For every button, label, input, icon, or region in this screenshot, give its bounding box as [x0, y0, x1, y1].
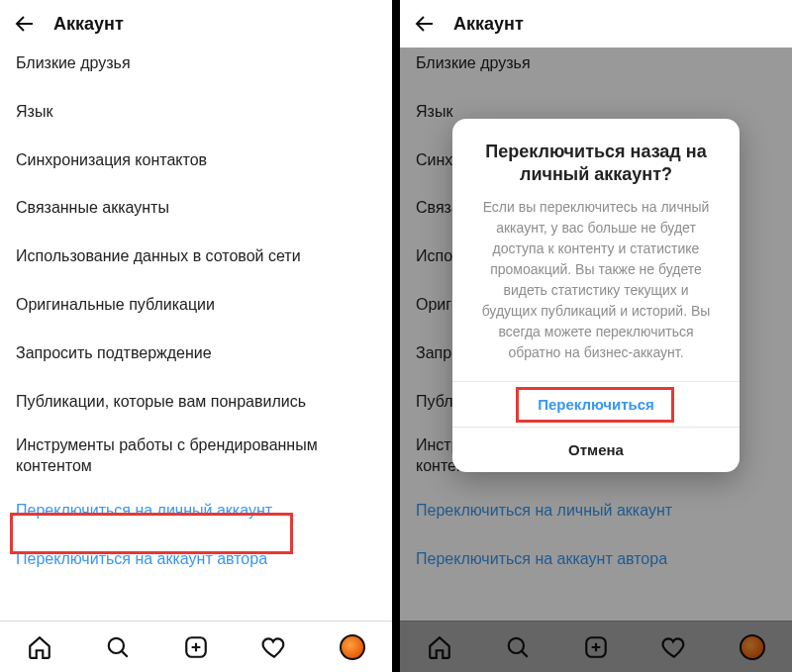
item-sync-contacts[interactable]: Синхронизация контактов — [0, 137, 392, 185]
bottom-tabbar — [0, 621, 392, 672]
item-request-verify[interactable]: Запросить подтверждение — [0, 330, 392, 378]
dialog-confirm-label: Переключиться — [538, 396, 654, 413]
tab-search[interactable] — [78, 622, 156, 672]
heart-icon — [261, 634, 287, 660]
page-title: Аккаунт — [453, 14, 524, 35]
tab-new-post[interactable] — [156, 622, 235, 672]
plus-square-icon — [183, 634, 209, 660]
confirm-dialog: Переключиться назад на личный аккаунт? Е… — [452, 119, 740, 472]
dialog-title: Переключиться назад на личный аккаунт? — [452, 119, 740, 197]
screenshot-left: Аккаунт Близкие друзья Язык Синхронизаци… — [0, 0, 392, 672]
search-icon — [105, 634, 131, 660]
dialog-cancel-button[interactable]: Отмена — [452, 427, 740, 472]
item-linked-accounts[interactable]: Связанные аккаунты — [0, 184, 392, 233]
screenshot-divider — [392, 0, 400, 672]
header: Аккаунт — [0, 0, 392, 48]
item-liked-posts[interactable]: Публикации, которые вам понравились — [0, 378, 392, 427]
dialog-body: Если вы переключитесь на личный аккаунт,… — [452, 197, 740, 381]
avatar-icon — [340, 634, 365, 660]
tab-profile[interactable] — [314, 622, 392, 672]
item-language[interactable]: Язык — [0, 88, 392, 137]
tab-home[interactable] — [0, 622, 78, 672]
item-close-friends[interactable]: Близкие друзья — [0, 48, 392, 88]
item-cellular-data[interactable]: Использование данных в сотовой сети — [0, 233, 392, 281]
svg-point-0 — [109, 637, 124, 652]
back-button[interactable] — [412, 11, 438, 37]
arrow-left-icon — [413, 12, 437, 36]
link-switch-creator[interactable]: Переключиться на аккаунт автора — [0, 535, 392, 584]
page-title: Аккаунт — [53, 14, 124, 35]
arrow-left-icon — [13, 12, 37, 36]
back-button[interactable] — [12, 11, 38, 37]
header: Аккаунт — [400, 0, 792, 48]
link-switch-personal[interactable]: Переключиться на личный аккаунт — [0, 487, 392, 535]
home-icon — [27, 634, 52, 660]
tab-activity[interactable] — [236, 622, 314, 672]
settings-list[interactable]: Близкие друзья Язык Синхронизация контак… — [0, 48, 392, 621]
dialog-cancel-label: Отмена — [568, 441, 624, 458]
item-branded-tools[interactable]: Инструменты работы с брендированным конт… — [0, 426, 392, 487]
screenshot-right: Аккаунт Близкие друзья Язык Синхронизаци… — [400, 0, 792, 672]
item-original-posts[interactable]: Оригинальные публикации — [0, 281, 392, 330]
dialog-confirm-button[interactable]: Переключиться — [452, 381, 740, 427]
